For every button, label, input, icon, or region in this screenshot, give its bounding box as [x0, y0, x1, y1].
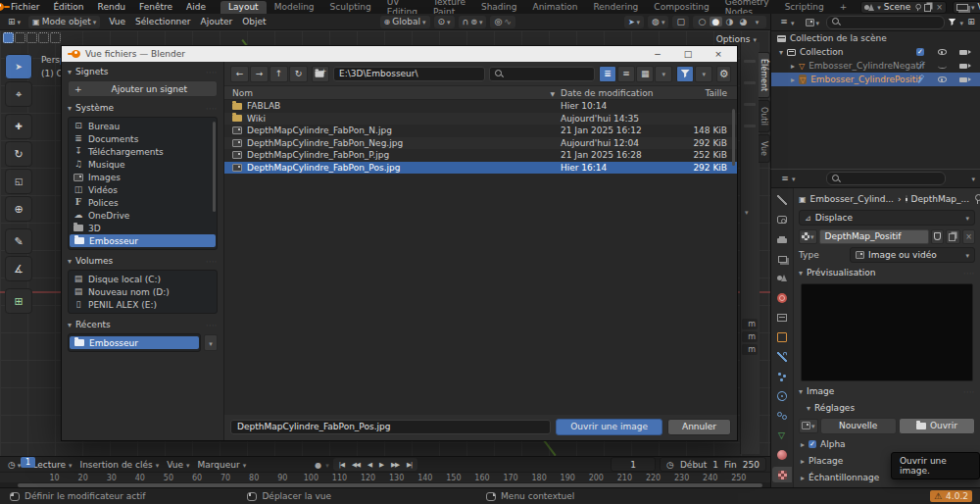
previous-keyframe-button[interactable]: ◀◀ [348, 461, 364, 469]
sidebar-place-item[interactable]: Musique [69, 158, 217, 171]
start-frame-field[interactable]: 1 [712, 460, 718, 470]
scrollbar[interactable] [213, 122, 216, 212]
dimension-unit-field[interactable]: m [742, 344, 758, 355]
auto-keying-record-icon[interactable] [315, 460, 321, 470]
tab-object-data[interactable] [772, 428, 792, 443]
pin-icon[interactable] [914, 3, 920, 10]
play-reverse-button[interactable]: ◀ [364, 461, 375, 469]
sidebar-place-item[interactable]: OneDrive [69, 209, 217, 222]
select-subtract-mode-icon[interactable] [26, 32, 37, 43]
view-vertical-list-button[interactable] [599, 66, 616, 82]
unlink-button[interactable] [962, 229, 975, 244]
outliner-row-scene-collection[interactable]: Collection de la scène [771, 31, 980, 45]
system-section-header[interactable]: Système ···· [68, 103, 218, 113]
outliner-row-object-negatif[interactable]: Embosser_CylindreNegatif [771, 59, 980, 73]
transform-tool[interactable] [5, 196, 32, 222]
eye-closed-icon[interactable] [938, 63, 947, 69]
dimension-unit-field[interactable]: m [742, 319, 758, 329]
jump-to-end-button[interactable]: ▶| [403, 461, 416, 469]
sidebar-place-item[interactable]: Documents [69, 132, 217, 145]
dialog-titlebar[interactable]: Vue fichiers — Blender − □ × [62, 46, 737, 62]
tab-physics[interactable] [772, 388, 792, 404]
maximize-button[interactable]: □ [675, 49, 701, 59]
cursor-tool[interactable] [5, 81, 32, 107]
playhead[interactable]: 1 [21, 457, 35, 468]
play-button[interactable]: ▶ [375, 461, 387, 469]
open-image-button[interactable]: Ouvrir [899, 418, 975, 434]
add-bookmark-button[interactable]: + Ajouter un signet [68, 80, 218, 97]
open-image-button[interactable]: Ouvrir une image [556, 419, 662, 435]
menu-item[interactable]: Rendu [91, 2, 133, 12]
parent-directory-button[interactable] [270, 66, 288, 82]
preview-section-header[interactable]: Prévisualisation ···· [799, 267, 975, 279]
chevron-down-icon[interactable] [971, 174, 975, 183]
sidebar-place-item[interactable]: Vidéos [69, 183, 217, 196]
file-row[interactable]: DepthMapCylindre_FabPon_P.jpg 21 Jan 202… [224, 149, 737, 162]
collection-checkbox[interactable] [916, 48, 924, 56]
cancel-button[interactable]: Annuler [667, 419, 731, 435]
display-options-button[interactable] [655, 66, 672, 82]
pin-icon[interactable] [973, 194, 975, 203]
workspace-tab[interactable]: Scripting [777, 1, 832, 14]
tab-material[interactable] [772, 447, 792, 463]
rotate-tool[interactable] [5, 141, 32, 167]
type-dropdown[interactable]: Image ou vidéo [850, 247, 975, 263]
toggle-xray-button[interactable] [672, 16, 689, 28]
bookmarks-section-header[interactable]: Signets ···· [68, 67, 218, 76]
move-tool[interactable] [5, 114, 32, 139]
workspace-tab[interactable]: Shading [473, 1, 525, 14]
view-detailed-list-button[interactable] [617, 66, 635, 82]
copy-icon[interactable] [924, 4, 931, 12]
properties-search-input[interactable] [826, 172, 946, 185]
tab-world[interactable] [772, 290, 792, 306]
settings-section-header[interactable]: Réglages [799, 402, 975, 415]
sidebar-place-item[interactable]: Bureau [69, 120, 217, 132]
mode-dropdown[interactable]: Mode objet [28, 16, 100, 28]
scale-tool[interactable] [5, 169, 32, 194]
forward-button[interactable] [250, 66, 269, 82]
viewport-menu-item[interactable]: Sélectionner [130, 17, 195, 26]
wireframe-shading-icon[interactable] [696, 17, 709, 26]
timeline-menu-item[interactable]: Insertion de clés [76, 460, 164, 470]
file-row[interactable]: DepthMapCylindre_FabPon_Neg.jpg Aujourd'… [224, 137, 737, 150]
end-frame-field[interactable]: 250 [743, 460, 760, 470]
tab-object[interactable] [772, 329, 792, 345]
image-section-header[interactable]: Image ···· [799, 385, 975, 398]
editor-type-button[interactable] [4, 16, 24, 28]
sidebar-place-item[interactable]: Polices [69, 196, 217, 209]
expand-caret-icon[interactable] [791, 75, 795, 84]
select-invert-mode-icon[interactable] [38, 32, 49, 43]
add-cube-tool[interactable] [5, 288, 32, 314]
rendered-shading-icon[interactable] [737, 17, 750, 26]
eye-icon[interactable] [938, 76, 947, 82]
modifier-context-dropdown[interactable]: Displace [799, 210, 975, 226]
back-button[interactable] [230, 66, 249, 82]
image-browse-button[interactable] [799, 419, 818, 433]
scrollbar-thumb[interactable] [18, 483, 762, 487]
tab-texture[interactable] [772, 467, 792, 482]
sidebar-place-item[interactable]: Téléchargements [69, 145, 217, 158]
chevron-down-icon[interactable] [745, 207, 749, 217]
tab-output[interactable] [772, 231, 792, 247]
timeline-menu-item[interactable]: Vue [163, 460, 193, 470]
workspace-tab[interactable]: Animation [524, 1, 585, 14]
properties-editor-type-button[interactable] [776, 173, 800, 185]
viewport-menu-item[interactable]: Objet [237, 17, 270, 26]
search-input[interactable] [489, 67, 595, 81]
sidebar-place-item[interactable]: Images [69, 171, 217, 183]
file-row[interactable]: DepthMapCylindre_FabPon_N.jpg 21 Jan 202… [224, 125, 737, 137]
workspace-tab[interactable]: Layout [220, 1, 267, 14]
show-gizmos-button[interactable] [624, 16, 644, 28]
fake-user-button[interactable] [931, 229, 944, 244]
menu-item[interactable]: Édition [46, 2, 90, 12]
menu-item[interactable]: Aide [179, 2, 213, 12]
snap-toggle-button[interactable] [459, 16, 487, 28]
next-keyframe-button[interactable]: ▶▶ [387, 461, 403, 469]
sidebar-place-item[interactable]: 3D [69, 222, 217, 234]
alpha-checkbox[interactable] [808, 440, 816, 448]
camera-visibility-icon[interactable] [959, 64, 967, 69]
add-workspace-button[interactable]: + [832, 1, 856, 14]
tab-scene[interactable] [772, 271, 792, 286]
breadcrumb-object[interactable]: Embosser_Cylind... [810, 194, 894, 204]
minimize-button[interactable]: − [645, 49, 670, 59]
